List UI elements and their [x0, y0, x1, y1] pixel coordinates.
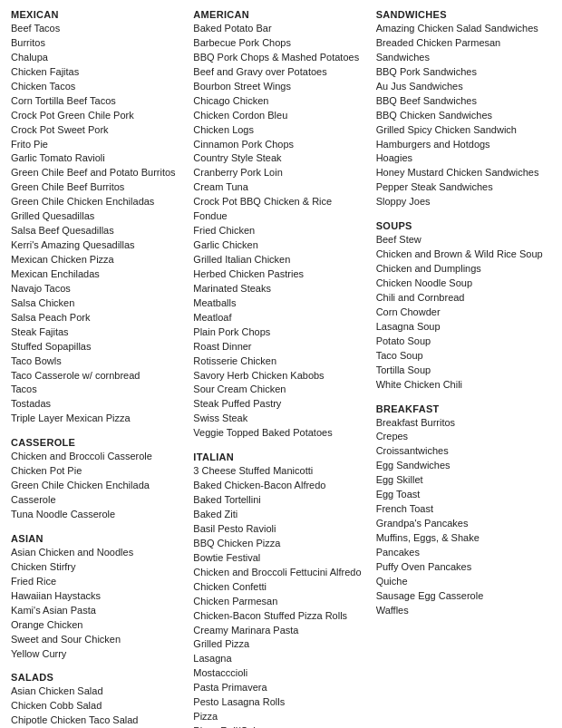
- section-asian: ASIANAsian Chicken and NoodlesChicken St…: [11, 533, 186, 662]
- list-item: Chicken Pot Pie: [11, 464, 186, 479]
- list-item: Green Chile Beef and Potato Burritos: [11, 166, 186, 180]
- list-item: Beef and Gravy over Potatoes: [193, 65, 368, 80]
- list-item: Cream Tuna: [193, 180, 368, 195]
- list-item: French Toast: [376, 502, 551, 517]
- list-item: Chicken Tacos: [11, 80, 186, 94]
- list-item: Croissantwiches: [376, 444, 551, 459]
- list-item: Plain Pork Chops: [193, 325, 368, 340]
- list-item: Sour Cream Chicken: [193, 383, 368, 397]
- column-col1: MEXICANBeef TacosBurritosChalupaChicken …: [11, 9, 193, 728]
- list-item: Bowtie Festival: [193, 551, 368, 566]
- list-item: Chicken Confetti: [193, 580, 368, 595]
- list-item: Pepper Steak Sandwiches: [376, 180, 551, 195]
- section-american: AMERICANBaked Potato BarBarbecue Pork Ch…: [193, 9, 368, 441]
- list-item: Pizza: [193, 710, 368, 724]
- list-item: Fondue: [193, 209, 368, 224]
- list-item: Lasagna: [193, 652, 368, 666]
- section-title-asian: ASIAN: [11, 533, 186, 544]
- section-breakfast: BREAKFASTBreakfast BurritosCrepesCroissa…: [376, 403, 551, 618]
- list-item: Hawaiian Haystacks: [11, 589, 186, 604]
- list-item: Chalupa: [11, 51, 186, 65]
- list-item: Sausage Egg Casserole: [376, 589, 551, 604]
- list-item: Chicken Noodle Soup: [376, 277, 551, 291]
- list-item: Sweet and Sour Chicken: [11, 633, 186, 647]
- list-item: Tacos: [11, 383, 186, 397]
- list-item: Grilled Italian Chicken: [193, 253, 368, 267]
- list-item: Chicken Stirfry: [11, 560, 186, 575]
- list-item: Green Chile Chicken Enchilada Casserole: [11, 479, 186, 508]
- list-item: Pasta Primavera: [193, 681, 368, 695]
- column-col3: SANDWICHESAmazing Chicken Salad Sandwich…: [376, 9, 551, 629]
- list-item: Fried Chicken: [193, 224, 368, 238]
- section-title-casserole: CASSEROLE: [11, 437, 186, 448]
- list-item: Orange Chicken: [11, 618, 186, 633]
- list-item: Grilled Pizza: [193, 637, 368, 652]
- section-title-sandwiches: SANDWICHES: [376, 9, 551, 20]
- list-item: Roast Dinner: [193, 340, 368, 354]
- section-title-soups: SOUPS: [376, 220, 551, 231]
- list-item: Mexican Enchiladas: [11, 267, 186, 282]
- list-item: Creamy Marinara Pasta: [193, 624, 368, 638]
- list-item: Tuna Noodle Casserole: [11, 508, 186, 522]
- list-item: BBQ Chicken Sandwiches: [376, 109, 551, 123]
- list-item: Salsa Peach Pork: [11, 311, 186, 325]
- list-item: Crepes: [376, 430, 551, 444]
- list-item: BBQ Pork Sandwiches: [376, 65, 551, 80]
- list-item: Egg Toast: [376, 488, 551, 502]
- list-item: Grandpa's Pancakes: [376, 517, 551, 531]
- list-item: Chicken Parmesan: [193, 595, 368, 609]
- list-item: Yellow Curry: [11, 647, 186, 662]
- list-item: Marinated Steaks: [193, 282, 368, 296]
- list-item: Asian Chicken and Noodles: [11, 546, 186, 560]
- section-salads: SALADSAsian Chicken SaladChicken Cobb Sa…: [11, 672, 186, 728]
- list-item: Chicago Chicken: [193, 94, 368, 109]
- list-item: Taco Bowls: [11, 354, 186, 369]
- list-item: Barbecue Pork Chops: [193, 36, 368, 51]
- list-item: Chili and Cornbread: [376, 291, 551, 306]
- list-item: Chicken Cordon Bleu: [193, 109, 368, 123]
- section-title-mexican: MEXICAN: [11, 9, 186, 20]
- list-item: 3 Cheese Stuffed Manicotti: [193, 464, 368, 479]
- list-item: Cinnamon Pork Chops: [193, 138, 368, 152]
- list-item: Pizza Roll/Calzones: [193, 724, 368, 728]
- list-item: Herbed Chicken Pastries: [193, 267, 368, 282]
- list-item: Lasagna Soup: [376, 320, 551, 335]
- list-item: Chipotle Chicken Taco Salad: [11, 713, 186, 728]
- list-item: Grilled Spicy Chicken Sandwich: [376, 123, 551, 138]
- list-item: Corn Chowder: [376, 306, 551, 320]
- main-columns: MEXICANBeef TacosBurritosChalupaChicken …: [11, 9, 551, 728]
- list-item: Grilled Quesadillas: [11, 209, 186, 224]
- section-sandwiches: SANDWICHESAmazing Chicken Salad Sandwich…: [376, 9, 551, 209]
- section-mexican: MEXICANBeef TacosBurritosChalupaChicken …: [11, 9, 186, 426]
- list-item: BBQ Beef Sandwiches: [376, 94, 551, 109]
- column-col2: AMERICANBaked Potato BarBarbecue Pork Ch…: [193, 9, 375, 728]
- list-item: Breakfast Burritos: [376, 416, 551, 431]
- list-item: Crock Pot Sweet Pork: [11, 123, 186, 138]
- list-item: Beef Tacos: [11, 22, 186, 36]
- list-item: Chicken and Broccoli Casserole: [11, 450, 186, 464]
- section-soups: SOUPSBeef StewChicken and Brown & Wild R…: [376, 220, 551, 392]
- list-item: Green Chile Chicken Enchiladas: [11, 195, 186, 209]
- list-item: Taco Soup: [376, 349, 551, 364]
- list-item: Kerri's Amazing Quesadillas: [11, 238, 186, 253]
- list-item: Fried Rice: [11, 575, 186, 589]
- list-item: Salsa Beef Quesadillas: [11, 224, 186, 238]
- list-item: Salsa Chicken: [11, 296, 186, 311]
- list-item: Baked Ziti: [193, 508, 368, 522]
- list-item: Steak Fajitas: [11, 325, 186, 340]
- list-item: Frito Pie: [11, 138, 186, 152]
- list-item: White Chicken Chili: [376, 378, 551, 393]
- list-item: Muffins, Eggs, & Shake: [376, 531, 551, 546]
- list-item: Chicken-Bacon Stuffed Pizza Rolls: [193, 609, 368, 624]
- list-item: Egg Sandwiches: [376, 459, 551, 473]
- list-item: Breaded Chicken Parmesan Sandwiches: [376, 36, 551, 65]
- list-item: Chicken and Brown & Wild Rice Soup: [376, 248, 551, 262]
- list-item: Chicken Fajitas: [11, 65, 186, 80]
- list-item: Swiss Steak: [193, 412, 368, 426]
- list-item: Crock Pot BBQ Chicken & Rice: [193, 195, 368, 209]
- list-item: Pancakes: [376, 546, 551, 560]
- section-italian: ITALIAN3 Cheese Stuffed ManicottiBaked C…: [193, 451, 368, 728]
- list-item: Chicken Cobb Salad: [11, 699, 186, 713]
- list-item: Mexican Chicken Pizza: [11, 253, 186, 267]
- list-item: Hamburgers and Hotdogs: [376, 138, 551, 152]
